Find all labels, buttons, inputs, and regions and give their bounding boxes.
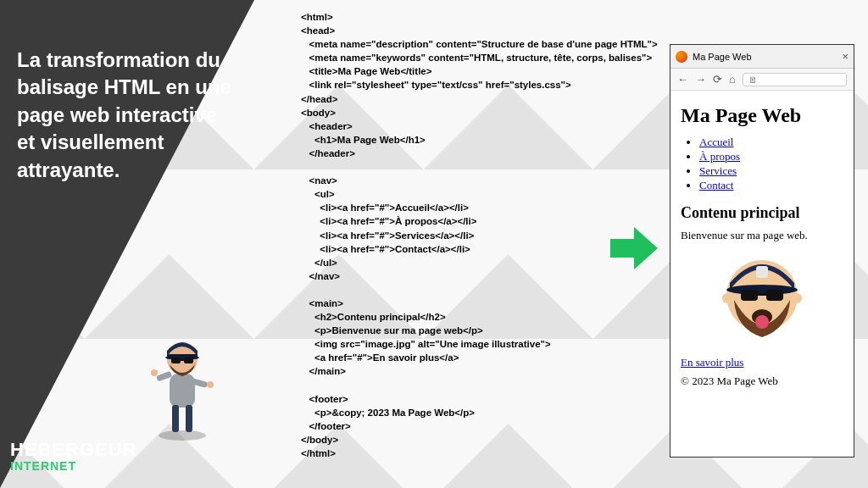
logo-line1: HEBERGEUR [10, 439, 137, 461]
more-link[interactable]: En savoir plus [681, 356, 743, 369]
logo-line2: INTERNET [10, 459, 137, 473]
headline-text: La transformation du balisage HTML en un… [17, 47, 237, 184]
section-heading: Contenu principal [681, 204, 843, 222]
firefox-icon [676, 51, 687, 63]
copyright-text: © 2023 Ma Page Web [681, 374, 843, 388]
tab-title[interactable]: Ma Page Web [693, 52, 837, 62]
reload-icon[interactable]: ⟳ [713, 73, 722, 86]
nav-link-apropos[interactable]: À propos [699, 150, 740, 163]
browser-nav-bar: ← → ⟳ ⌂ 🗎 [670, 69, 854, 91]
nav-list: Accueil À propos Services Contact [681, 136, 843, 192]
illustrative-image [681, 249, 843, 354]
svg-rect-11 [171, 358, 181, 363]
page-title: Ma Page Web [681, 104, 843, 127]
nav-link-contact[interactable]: Contact [699, 179, 733, 191]
back-icon[interactable]: ← [677, 73, 688, 86]
url-field[interactable]: 🗎 [743, 73, 847, 86]
brand-logo: HEBERGEUR INTERNET [10, 439, 137, 473]
svg-rect-17 [741, 290, 758, 301]
mascot-avatar [144, 327, 220, 446]
forward-icon[interactable]: → [695, 73, 706, 86]
svg-point-23 [755, 315, 769, 329]
svg-point-20 [722, 293, 732, 303]
svg-rect-19 [758, 293, 766, 296]
svg-rect-12 [184, 358, 193, 363]
welcome-text: Bienvenue sur ma page web. [681, 229, 843, 242]
nav-link-services[interactable]: Services [699, 164, 737, 177]
svg-rect-1 [170, 374, 195, 408]
svg-rect-13 [181, 359, 184, 361]
doc-icon: 🗎 [748, 75, 758, 85]
svg-point-6 [207, 381, 214, 388]
html-code-block: <html> <head> <meta name="description" c… [301, 10, 632, 460]
svg-rect-3 [186, 405, 192, 432]
svg-point-21 [792, 293, 802, 303]
svg-rect-2 [172, 405, 179, 432]
nav-link-accueil[interactable]: Accueil [699, 136, 733, 148]
svg-point-7 [151, 369, 158, 376]
browser-preview: Ma Page Web × ← → ⟳ ⌂ 🗎 Ma Page Web Accu… [670, 44, 854, 458]
rendered-page: Ma Page Web Accueil À propos Services Co… [670, 91, 854, 402]
left-panel: La transformation du balisage HTML en un… [0, 0, 339, 488]
tab-close-icon[interactable]: × [842, 50, 849, 63]
svg-rect-16 [756, 266, 768, 278]
svg-point-0 [159, 430, 206, 441]
home-icon[interactable]: ⌂ [729, 73, 736, 86]
browser-tab-bar: Ma Page Web × [670, 45, 854, 69]
green-arrow-icon [610, 227, 661, 269]
svg-rect-18 [766, 290, 783, 301]
